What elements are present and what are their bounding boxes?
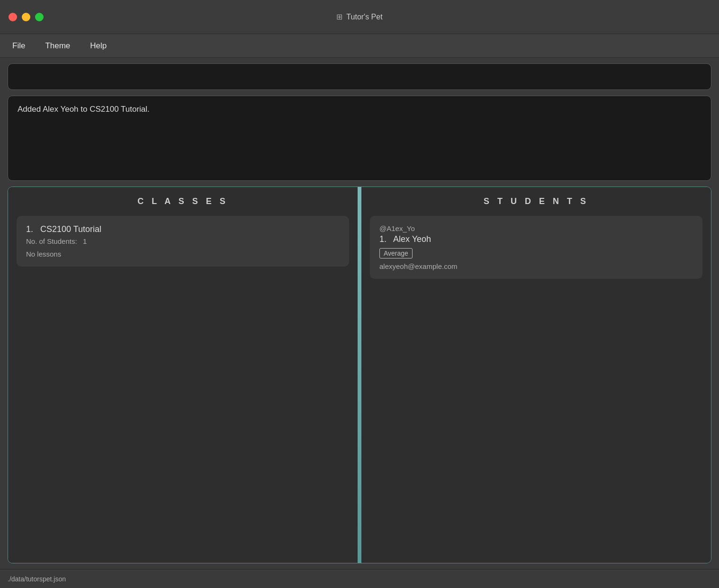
- menu-theme[interactable]: Theme: [42, 39, 73, 53]
- class-card: 1. CS2100 Tutorial No. of Students: 1 No…: [17, 216, 349, 267]
- class-meta: No. of Students: 1: [26, 237, 340, 245]
- student-full-name: Alex Yeoh: [393, 234, 431, 244]
- students-panel: S T U D E N T S @A1ex_Yo 1. Alex Yeoh Av…: [361, 187, 711, 563]
- student-index: 1.: [379, 234, 386, 244]
- panels-container: C L A S S E S 1. CS2100 Tutorial No. of …: [8, 187, 711, 563]
- student-email: alexyeoh@example.com: [379, 262, 693, 270]
- traffic-lights: [9, 13, 44, 21]
- classes-panel-title: C L A S S E S: [17, 196, 349, 206]
- menu-bar: File Theme Help: [0, 34, 719, 58]
- menu-file[interactable]: File: [9, 39, 28, 53]
- student-handle: @A1ex_Yo: [379, 224, 693, 232]
- command-input-area[interactable]: [8, 63, 711, 90]
- status-text: ./data/tutorspet.json: [8, 575, 66, 583]
- minimize-button[interactable]: [22, 13, 30, 21]
- class-lessons: No lessons: [26, 250, 340, 258]
- app-icon: ⊞: [336, 12, 342, 21]
- fullscreen-button[interactable]: [35, 13, 44, 21]
- student-name: 1. Alex Yeoh: [379, 234, 693, 244]
- menu-help[interactable]: Help: [87, 39, 109, 53]
- window-title: Tutor's Pet: [346, 13, 382, 21]
- class-student-count-label: No. of Students:: [26, 237, 77, 245]
- command-input[interactable]: [15, 72, 704, 81]
- student-tag: Average: [379, 248, 413, 258]
- main-content: Added Alex Yeoh to CS2100 Tutorial. C L …: [0, 58, 719, 569]
- class-title: CS2100 Tutorial: [40, 224, 101, 234]
- students-panel-title: S T U D E N T S: [370, 196, 702, 206]
- class-student-count: 1: [83, 237, 87, 245]
- title-bar: ⊞ Tutor's Pet: [0, 0, 719, 34]
- output-text: Added Alex Yeoh to CS2100 Tutorial.: [18, 105, 150, 114]
- status-bar: ./data/tutorspet.json: [0, 569, 719, 588]
- output-area: Added Alex Yeoh to CS2100 Tutorial.: [8, 96, 711, 181]
- class-name: 1. CS2100 Tutorial: [26, 224, 340, 234]
- student-card: @A1ex_Yo 1. Alex Yeoh Average alexyeoh@e…: [370, 216, 702, 279]
- classes-panel: C L A S S E S 1. CS2100 Tutorial No. of …: [8, 187, 358, 563]
- close-button[interactable]: [9, 13, 17, 21]
- panel-divider: [358, 187, 361, 563]
- class-index: 1.: [26, 224, 33, 234]
